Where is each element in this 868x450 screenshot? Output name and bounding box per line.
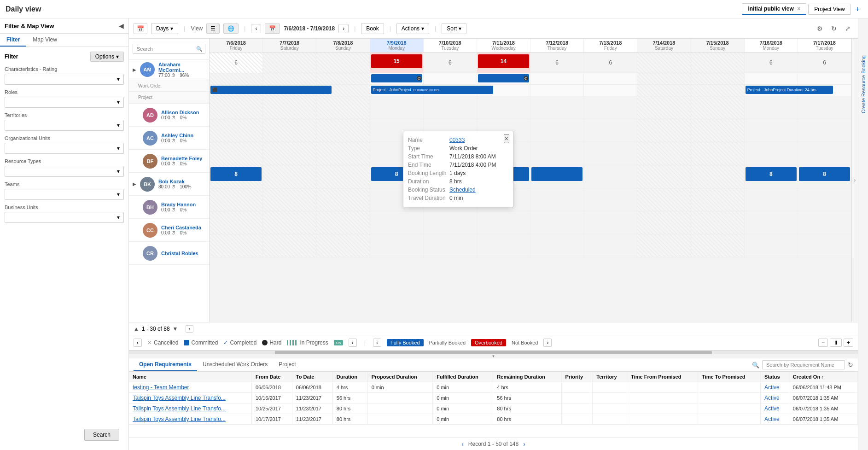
popup-end-row: End Time 7/11/2018 4:00 PM — [408, 161, 508, 169]
req-name-3[interactable]: Tailspin Toys Assembly Line Transfo... — [133, 416, 226, 422]
sidebar-tab-mapview[interactable]: Map View — [26, 34, 63, 47]
bob-bar-6[interactable]: 8 — [210, 167, 262, 181]
legend-booking-next-button[interactable]: › — [543, 339, 552, 347]
popup-close-button[interactable]: × — [504, 134, 509, 143]
resource-name-bob[interactable]: Bob Kozak — [158, 179, 205, 184]
pagination-prev-button[interactable]: ‹ — [461, 440, 464, 448]
resource-name-cheri[interactable]: Cheri Castaneda — [161, 225, 205, 230]
bottom-tab-open-requirements[interactable]: Open Requirements — [134, 358, 197, 371]
search-resources-input[interactable] — [133, 44, 205, 54]
legend-booking-prev-button[interactable]: ‹ — [373, 339, 381, 347]
req-name-1[interactable]: Tailspin Toys Assembly Line Transfo... — [133, 395, 226, 401]
refresh-button[interactable]: ↻ — [828, 24, 839, 33]
badge-overbooked: Overbooked — [471, 339, 506, 346]
overbooked-bar-15[interactable]: 15 — [371, 54, 422, 68]
req-name-2[interactable]: Tailspin Toys Assembly Line Transfo... — [133, 405, 226, 412]
calendar-picker-button[interactable]: 📅 — [265, 23, 280, 34]
date-prev-button[interactable]: ‹ — [251, 24, 261, 33]
req-duration-2: 80 hrs — [332, 403, 367, 414]
work-order-bar-monday[interactable]: ⏱ — [371, 74, 422, 82]
calendar-view-button[interactable]: 📅 — [134, 23, 147, 34]
bottom-tabs: Open Requirements Unscheduled Work Order… — [129, 358, 858, 372]
settings-button[interactable]: ⚙ — [814, 24, 826, 33]
not-booked-label: Not Booked — [512, 340, 538, 345]
filter-roles-dropdown[interactable]: ▾ — [5, 97, 124, 108]
grid-prev-button[interactable]: ‹ — [186, 325, 194, 333]
expand-bob-button[interactable]: ▶ — [133, 181, 136, 187]
project-bar-main[interactable]: Project - JohnProject Duration: 30 hrs — [371, 86, 493, 94]
cell-abraham-11: 6 — [798, 53, 851, 73]
bob-bar-17[interactable]: 8 — [799, 167, 850, 181]
project-bar-left[interactable]: ⬛ — [210, 86, 332, 94]
resource-name-abraham[interactable]: Abraham McCormi... — [158, 62, 205, 73]
legend-inprogress: In Progress — [287, 339, 328, 346]
grid-page-down-button[interactable]: ▼ — [173, 326, 178, 332]
cell-abraham-10: 6 — [745, 53, 798, 73]
legend-plus-button[interactable]: + — [844, 339, 853, 347]
req-territory-1 — [593, 393, 627, 403]
filter-characteristics-dropdown[interactable]: ▾ — [5, 74, 124, 85]
filter-org-units-dropdown[interactable]: ▾ — [5, 143, 124, 154]
bottom-tab-unscheduled[interactable]: Unscheduled Work Orders — [197, 358, 273, 371]
req-name-0[interactable]: testing - Team Member — [133, 384, 189, 391]
bob-bar-16[interactable]: 8 — [746, 167, 797, 181]
filter-business-units-dropdown[interactable]: ▾ — [5, 212, 124, 223]
grid-page-up-button[interactable]: ▲ — [134, 326, 139, 332]
sidebar-collapse-button[interactable]: ◀ — [119, 22, 124, 29]
filter-resource-types-dropdown[interactable]: ▾ — [5, 166, 124, 177]
list-view-button[interactable]: ☰ — [206, 23, 220, 34]
cell-abraham-2 — [316, 53, 370, 73]
sort-button[interactable]: Sort ▾ — [442, 23, 466, 34]
resource-name-christal[interactable]: Christal Robles — [161, 251, 205, 256]
options-button[interactable]: Options ▾ — [90, 52, 124, 62]
expand-button[interactable]: ⤢ — [842, 24, 853, 33]
legend-next-button[interactable]: › — [349, 339, 357, 347]
work-order-bar-wednesday[interactable]: ⏱ — [478, 74, 529, 82]
resource-name-ashley[interactable]: Ashley Chinn — [161, 133, 205, 138]
grid-right-collapse[interactable]: › — [851, 39, 858, 322]
resource-name-bernadette[interactable]: Bernadette Foley — [161, 156, 205, 161]
bottom-tab-project[interactable]: Project — [273, 358, 301, 371]
req-status-3[interactable]: Active — [764, 416, 780, 422]
sidebar: Filter & Map View ◀ Filter Map View Filt… — [0, 18, 129, 450]
legend-minus-button[interactable]: − — [818, 339, 828, 347]
req-status-1[interactable]: Active — [764, 395, 780, 401]
grid-scroll[interactable]: 7/6/2018 Friday 7/7/2018 Saturday 7/8/20… — [210, 39, 851, 322]
globe-view-button[interactable]: 🌐 — [223, 23, 239, 34]
days-button[interactable]: Days ▾ — [151, 23, 178, 34]
popup-travel-label: Travel Duration — [408, 195, 449, 201]
add-tab-button[interactable]: + — [853, 5, 862, 13]
sidebar-tab-filter[interactable]: Filter — [0, 34, 26, 47]
req-status-2[interactable]: Active — [764, 405, 780, 412]
resource-group-abraham: ▶ AM Abraham McCormi... 77:00 ⏱ 96% Work… — [129, 59, 209, 104]
popup-name-value[interactable]: 00333 — [449, 137, 465, 143]
avatar-christal: CR — [143, 246, 157, 261]
resource-name-brady[interactable]: Brady Hannon — [161, 202, 205, 207]
actions-button[interactable]: Actions ▾ — [396, 23, 429, 34]
tab-initial-public-view[interactable]: Initial public view × — [742, 3, 806, 15]
book-button[interactable]: Book — [361, 23, 384, 34]
requirements-search-input[interactable] — [762, 360, 845, 369]
overbooked-bar-14[interactable]: 14 — [478, 54, 529, 68]
create-resource-booking-label[interactable]: Create Resource Booking — [861, 55, 866, 113]
date-next-button[interactable]: › — [338, 24, 349, 33]
filter-teams-dropdown[interactable]: ▾ — [5, 189, 124, 200]
legend-prev-button[interactable]: ‹ — [134, 339, 142, 347]
legend-pause-button[interactable]: ⏸ — [830, 339, 842, 347]
bob-bar-12 — [531, 167, 583, 181]
filter-resource-types-label: Resource Types — [5, 158, 124, 164]
filter-territories-dropdown[interactable]: ▾ — [5, 120, 124, 131]
expand-abraham-button[interactable]: ▶ — [133, 67, 136, 72]
project-bar-right[interactable]: Project - JohnProject Duration: 24 hrs — [746, 86, 833, 94]
resource-name-allison[interactable]: Allison Dickson — [161, 110, 205, 115]
pagination-next-button[interactable]: › — [523, 440, 525, 448]
tab-close-icon[interactable]: × — [797, 6, 800, 12]
requirements-refresh-button[interactable]: ↻ — [848, 361, 853, 368]
cell-abraham-6: 6 — [530, 53, 584, 73]
view-label: View — [191, 25, 203, 32]
tab-project-view[interactable]: Project View — [808, 4, 851, 15]
popup-status-value[interactable]: Scheduled — [449, 187, 476, 193]
req-status-0[interactable]: Active — [764, 384, 780, 391]
bernadette-row — [210, 142, 851, 165]
filter-search-button[interactable]: Search — [84, 429, 119, 441]
